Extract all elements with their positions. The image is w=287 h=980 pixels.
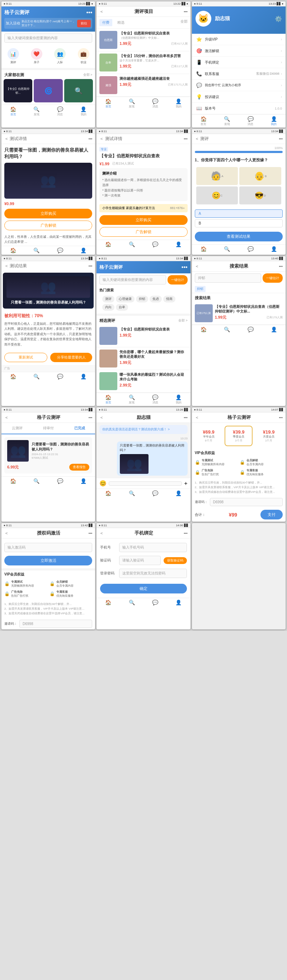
btn-retest[interactable]: 重新测试 bbox=[4, 353, 48, 362]
order-report-btn[interactable]: 查看报告 bbox=[69, 464, 89, 471]
vip-month[interactable]: ¥19.9 月度会员 1个月 bbox=[255, 426, 283, 446]
search-result-1[interactable]: 已有179人测 【专业】伯恩斯抑郁状况自查表（伯恩斯抑郁症测评）中文标... 1… bbox=[192, 302, 285, 325]
profile-settings-icon[interactable]: ⚙️ bbox=[275, 16, 282, 22]
home-menu-2[interactable]: ••• bbox=[182, 264, 188, 270]
back-btn-4[interactable]: ＜ 测试详情 bbox=[4, 136, 27, 142]
back-btn-10[interactable]: ＜ bbox=[4, 415, 9, 421]
tab-home-14[interactable]: 🏠 bbox=[97, 600, 120, 605]
attach-icon[interactable]: + bbox=[184, 480, 187, 487]
tab-disc-5[interactable]: 🔍 bbox=[120, 242, 144, 247]
tab-msg-2[interactable]: 💬消息 bbox=[144, 99, 167, 108]
tab-home-10[interactable]: 🏠 bbox=[2, 478, 25, 484]
tab-home-4[interactable]: 🏠 bbox=[2, 248, 25, 253]
tab-profile-2[interactable]: 👤我的 bbox=[167, 99, 190, 108]
tab-disc-10[interactable]: 🔍 bbox=[25, 478, 48, 484]
tab-disc-4[interactable]: 🔍 bbox=[25, 248, 48, 253]
answer-img-d[interactable]: 😎D bbox=[239, 186, 281, 204]
tab-me-4[interactable]: 👤 bbox=[72, 248, 95, 253]
back-btn-14[interactable]: ＜ bbox=[99, 530, 104, 536]
tab-msg-3[interactable]: 💬消息 bbox=[239, 116, 262, 126]
phone-input[interactable]: 输入手机号码 bbox=[119, 543, 187, 552]
answer-b[interactable]: B bbox=[195, 219, 283, 228]
tab-msg-5[interactable]: 💬 bbox=[144, 242, 167, 247]
tab-msg-10[interactable]: 💬 bbox=[48, 478, 72, 484]
tab-home-7[interactable]: 🏠 bbox=[2, 374, 25, 379]
tab-home-8[interactable]: 🏠首页 bbox=[97, 395, 120, 404]
hot-tag-2[interactable]: 心理健康 bbox=[116, 296, 135, 302]
icon-test[interactable]: 📊 测评 bbox=[2, 47, 25, 66]
menu-service[interactable]: 📞 联系客服 客服微信:D6998 › bbox=[192, 68, 285, 80]
test-list-item-1[interactable]: 伯恩斯 【专业】伯恩斯抑郁状况自查表 （伯恩斯抑郁症测评）中文标... 1.99… bbox=[97, 29, 190, 51]
tab-msg-9[interactable]: 💬 bbox=[239, 326, 262, 332]
test-list-item-2[interactable]: 自卑 【专业】15分钟，测你的自卑有多厉害 这个方法非常重要，它是从开... 1… bbox=[97, 51, 190, 74]
popular-item-2[interactable]: 🌀 bbox=[34, 79, 62, 102]
popular-item-1[interactable]: 【专业】伯恩斯抑郁... bbox=[3, 79, 32, 102]
vip-quarter[interactable]: ¥39.9 季度会员 3个月 bbox=[225, 426, 252, 446]
tab-home-3[interactable]: 🏠首页 bbox=[192, 116, 215, 126]
back-btn-6[interactable]: ＜ 测评 bbox=[195, 136, 209, 142]
tab-msg-7[interactable]: 💬 bbox=[48, 374, 72, 379]
featured-item-3[interactable]: 哪一张风暴来的最猛烈？测试你的人会迎来什么考验 2.99元 bbox=[97, 370, 190, 393]
back-btn-2[interactable]: ＜ bbox=[99, 9, 104, 15]
icon-career[interactable]: 💼 职业 bbox=[72, 47, 95, 66]
menu-feedback[interactable]: 💡 投诉建议 › bbox=[192, 91, 285, 103]
back-btn-9[interactable]: ＜ bbox=[195, 263, 199, 269]
chat-question-card[interactable]: 你的真实是强活还是弱活？测试你的第六感！ > bbox=[99, 425, 187, 434]
tab-msg-11[interactable]: 💬 bbox=[144, 490, 167, 496]
filter-chip[interactable]: 抑郁 bbox=[195, 286, 206, 292]
tab-msg-6[interactable]: 💬 bbox=[239, 246, 262, 252]
btn-share[interactable]: 分享给最需要的人 bbox=[50, 353, 92, 362]
cat-all[interactable]: 全部 bbox=[181, 19, 188, 26]
hot-tag-7[interactable]: 自卑 bbox=[116, 304, 128, 311]
tab-me-14[interactable]: 👤 bbox=[167, 600, 190, 605]
tab-disc-9[interactable]: 🔍 bbox=[215, 326, 239, 332]
icon-love[interactable]: ❤️ 亲子 bbox=[25, 47, 48, 66]
tab-disc-14[interactable]: 🔍 bbox=[120, 600, 144, 605]
tab-msg-14[interactable]: 💬 bbox=[144, 600, 167, 605]
detail-ad-btn-4[interactable]: 广告解锁 bbox=[4, 221, 92, 230]
emoji-icon[interactable]: 😊 bbox=[99, 480, 106, 487]
tab-me-9[interactable]: 👤 bbox=[262, 326, 285, 332]
search-input-8[interactable]: 输入关键词搜索你想要测的内容 bbox=[99, 275, 166, 285]
menu-phone[interactable]: 📱 手机绑定 › bbox=[192, 57, 285, 68]
hot-tag-6[interactable]: 内向 bbox=[102, 304, 114, 311]
answer-img-b[interactable]: 👴B bbox=[239, 167, 281, 185]
tab-profile-1[interactable]: 👤我的 bbox=[72, 107, 95, 116]
tab-pending[interactable]: 云测评 bbox=[2, 423, 33, 434]
tab-msg-1[interactable]: 💬消息 bbox=[48, 107, 72, 116]
confirm-btn[interactable]: 确定 bbox=[100, 584, 187, 593]
code-input[interactable]: 请输入验证码 bbox=[119, 556, 160, 565]
tab-me-8[interactable]: 👤我的 bbox=[167, 395, 190, 404]
search-input-1[interactable]: 输入关键词搜索你想要测的内容 bbox=[4, 33, 92, 43]
hot-tag-3[interactable]: 抑郁 bbox=[136, 296, 148, 302]
join-btn[interactable]: 前往 bbox=[77, 20, 91, 27]
cat-featured[interactable]: 精选 bbox=[114, 19, 127, 26]
header-dots[interactable]: ••• bbox=[86, 10, 92, 16]
menu-miniapp[interactable]: 💬 我也帮个忙 云测为小程序 › bbox=[192, 80, 285, 91]
tab-msg-4[interactable]: 💬 bbox=[48, 248, 72, 253]
tab-discover-2[interactable]: 🔍发现 bbox=[120, 99, 144, 108]
back-btn-7[interactable]: ＜ 测试结果 bbox=[4, 263, 27, 269]
promo-input[interactable]: D6998 bbox=[210, 498, 283, 506]
tab-review[interactable]: 待审付 bbox=[33, 423, 64, 434]
tab-home-2[interactable]: 🏠首页 bbox=[97, 99, 120, 108]
tab-home-9[interactable]: 🏠 bbox=[192, 326, 215, 332]
back-btn-12[interactable]: ＜ bbox=[195, 415, 199, 421]
hot-tag-4[interactable]: 焦虑 bbox=[150, 296, 162, 302]
menu-activate[interactable]: 🎯 激活解锁 › bbox=[192, 45, 285, 57]
answer-img-a[interactable]: 🧓A bbox=[196, 167, 238, 185]
activate-btn[interactable]: 立即激活 bbox=[4, 556, 92, 565]
featured-item-2[interactable]: 凭你是哪，哪个人最起来最被投缘？测你善良还是最好友 1.99元 bbox=[97, 347, 190, 370]
back-btn-5[interactable]: ＜ 测试详情 bbox=[99, 136, 122, 142]
hot-tag-5[interactable]: 情商 bbox=[163, 296, 175, 302]
answer-img-c[interactable]: 😊C bbox=[196, 186, 238, 204]
test-list-item-3[interactable]: 顽强 测你越挫越顽强还是越挫越沮丧 1.99元 已有17171人测 bbox=[97, 74, 190, 97]
back-btn-11[interactable]: ＜ bbox=[99, 415, 104, 421]
pwd-input[interactable]: 这里留空则无效无法找密码 bbox=[119, 569, 187, 578]
quick-btn-8[interactable]: 一键估计 bbox=[168, 275, 188, 285]
tab-disc-8[interactable]: 🔍发现 bbox=[120, 395, 144, 404]
search-input-9[interactable]: 抑郁 bbox=[195, 274, 261, 283]
tab-me-10[interactable]: 👤 bbox=[72, 478, 95, 484]
tab-disc-7[interactable]: 🔍 bbox=[25, 374, 48, 379]
tab-disc-6[interactable]: 🔍 bbox=[215, 246, 239, 252]
